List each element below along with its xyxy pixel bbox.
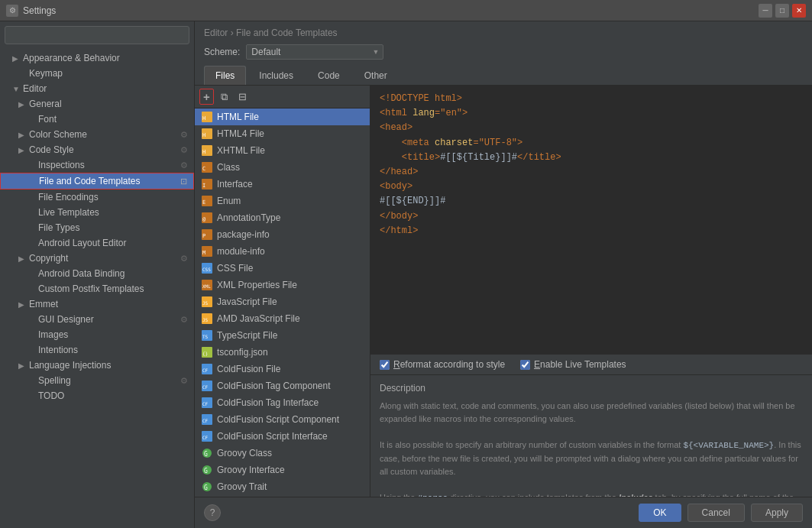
sidebar-item-gui-designer[interactable]: GUI Designer ⚙ (0, 312, 194, 327)
file-item-amd-js[interactable]: JS AMD JavaScript File (195, 310, 370, 327)
live-templates-label: Enable Live Templates (534, 359, 626, 370)
file-item-html4[interactable]: H HTML4 File (195, 125, 370, 142)
sidebar-item-color-scheme[interactable]: ▶ Color Scheme ⚙ (0, 127, 194, 142)
file-item-groovy-trait[interactable]: G Groovy Trait (195, 478, 370, 495)
arrow-spacer (27, 224, 35, 232)
file-item-label: HTML4 File (217, 128, 264, 139)
sidebar-item-android-data-binding[interactable]: Android Data Binding (0, 266, 194, 281)
arrow-icon: ▶ (18, 300, 26, 309)
help-button[interactable]: ? (204, 504, 221, 521)
arrow-icon: ▶ (18, 254, 26, 263)
svg-text:E: E (202, 199, 205, 206)
file-item-cf-script-comp[interactable]: CF ColdFusion Script Component (195, 411, 370, 428)
sidebar-item-font[interactable]: Font (0, 112, 194, 127)
code-line-2: <html lang="en"> (380, 106, 803, 121)
scheme-select[interactable]: Default Project (246, 44, 383, 60)
breadcrumb: Editor › File and Code Templates (195, 21, 812, 41)
sidebar-item-label: Emmet (29, 299, 58, 309)
sidebar-item-code-style[interactable]: ▶ Code Style ⚙ (0, 142, 194, 157)
reformat-checkbox-label[interactable]: Reformat according to style (380, 359, 505, 370)
app-icon: ⚙ (6, 5, 18, 17)
sidebar-item-emmet[interactable]: ▶ Emmet (0, 296, 194, 312)
file-item-cf-script-iface[interactable]: CF ColdFusion Script Interface (195, 428, 370, 445)
file-item-js[interactable]: JS JavaScript File (195, 293, 370, 310)
tab-files[interactable]: Files (204, 66, 246, 85)
live-templates-checkbox[interactable] (520, 360, 530, 370)
sidebar-item-file-types[interactable]: File Types (0, 220, 194, 235)
reformat-checkbox[interactable] (380, 360, 390, 370)
sidebar-item-intentions[interactable]: Intentions (0, 342, 194, 358)
svg-text:CF: CF (202, 368, 209, 373)
file-item-html[interactable]: H HTML File (195, 109, 370, 125)
settings-icon: ⚙ (180, 130, 188, 140)
sidebar-item-language-injections[interactable]: ▶ Language Injections (0, 358, 194, 373)
sidebar-item-appearance[interactable]: ▶ Appearance & Behavior (0, 50, 194, 66)
file-item-ts[interactable]: TS TypeScript File (195, 327, 370, 344)
search-input[interactable] (5, 26, 189, 44)
file-item-enum[interactable]: E Enum (195, 193, 370, 209)
file-item-groovy-iface[interactable]: G Groovy Interface (195, 462, 370, 478)
cf-script-iface-icon: CF (201, 430, 213, 442)
arrow-spacer (27, 285, 35, 293)
maximize-button[interactable]: □ (775, 4, 789, 18)
sidebar-item-inspections[interactable]: Inspections ⚙ (0, 157, 194, 173)
sidebar-item-label: File and Code Templates (39, 176, 141, 186)
svg-text:H: H (202, 132, 205, 138)
apply-button[interactable]: Apply (751, 504, 803, 522)
file-item-cf[interactable]: CF ColdFusion File (195, 361, 370, 377)
sidebar-item-file-encodings[interactable]: File Encodings (0, 189, 194, 205)
sidebar-item-spelling[interactable]: Spelling ⚙ (0, 373, 194, 388)
arrow-icon: ▼ (12, 85, 20, 93)
file-item-cf-tag-comp[interactable]: CF ColdFusion Tag Component (195, 377, 370, 394)
file-item-cf-tag-iface[interactable]: CF ColdFusion Tag Interface (195, 394, 370, 411)
file-item-package-info[interactable]: P package-info (195, 226, 370, 243)
file-item-label: ColdFusion File (217, 364, 280, 374)
sidebar-item-label: Spelling (38, 375, 71, 386)
file-item-module-info[interactable]: M module-info (195, 243, 370, 260)
ok-button[interactable]: OK (639, 504, 681, 522)
tab-other[interactable]: Other (353, 66, 399, 85)
sidebar-item-editor[interactable]: ▼ Editor (0, 81, 194, 96)
file-item-tsconfig[interactable]: {} tsconfig.json (195, 344, 370, 361)
sidebar-item-copyright[interactable]: ▶ Copyright ⚙ (0, 251, 194, 266)
file-item-annotation[interactable]: @ AnnotationType (195, 209, 370, 226)
sidebar-item-file-templates[interactable]: File and Code Templates ⊡ (0, 173, 194, 189)
cancel-button[interactable]: Cancel (687, 504, 745, 522)
code-editor[interactable]: <!DOCTYPE html> <html lang="en"> <head> … (370, 86, 812, 354)
file-item-groovy-class[interactable]: G Groovy Class (195, 445, 370, 462)
sidebar-item-live-templates[interactable]: Live Templates (0, 205, 194, 220)
sidebar-item-label: Editor (23, 83, 47, 94)
settings-icon6: ⚙ (180, 315, 188, 325)
sidebar-item-images[interactable]: Images (0, 327, 194, 342)
sidebar-tree: ▶ Appearance & Behavior Keymap ▼ Editor … (0, 49, 194, 528)
content-area: + ⧉ ⊟ H HTML File H HTM (195, 86, 812, 497)
sidebar-item-label: Code Style (29, 144, 74, 155)
sidebar-item-android-layout[interactable]: Android Layout Editor (0, 235, 194, 251)
file-item-class[interactable]: C Class (195, 159, 370, 176)
file-list-toolbar: + ⧉ ⊟ (195, 86, 370, 109)
sidebar-item-todo[interactable]: TODO (0, 388, 194, 403)
window-title: Settings (23, 5, 759, 16)
file-item-xml-props[interactable]: XML XML Properties File (195, 277, 370, 293)
sidebar-item-label: TODO (38, 390, 64, 401)
add-template-button[interactable]: + (199, 89, 214, 105)
delete-template-button[interactable]: ⊟ (235, 89, 251, 104)
code-line-5: <title>#[[${Title}]]#</title> (380, 151, 803, 165)
arrow-spacer (27, 331, 35, 339)
sidebar-item-custom-postfix[interactable]: Custom Postfix Templates (0, 281, 194, 296)
sidebar-item-general[interactable]: ▶ General (0, 96, 194, 112)
file-item-css[interactable]: CSS CSS File (195, 260, 370, 277)
file-item-interface[interactable]: I Interface (195, 176, 370, 193)
live-templates-checkbox-label[interactable]: Enable Live Templates (520, 359, 626, 370)
tab-includes[interactable]: Includes (247, 66, 305, 85)
right-panel: Editor › File and Code Templates Scheme:… (195, 21, 812, 528)
copy-template-button[interactable]: ⧉ (217, 89, 231, 104)
tab-code[interactable]: Code (306, 66, 351, 85)
close-button[interactable]: ✕ (792, 4, 806, 18)
minimize-button[interactable]: ─ (759, 4, 772, 18)
sidebar-item-label: File Encodings (38, 192, 99, 202)
sidebar-item-label: Color Scheme (29, 129, 87, 140)
sidebar-item-keymap[interactable]: Keymap (0, 66, 194, 81)
file-item-xhtml[interactable]: H XHTML File (195, 142, 370, 159)
sidebar-item-label: Copyright (29, 253, 68, 264)
